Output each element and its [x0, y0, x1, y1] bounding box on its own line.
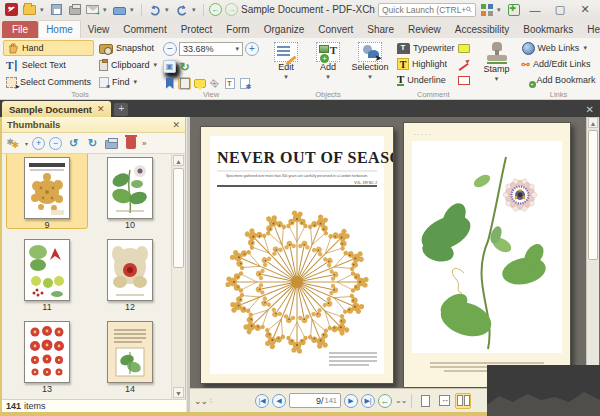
sticky-note-icon[interactable] [458, 44, 470, 53]
typewriter-button[interactable]: Typewriter [397, 43, 455, 54]
document-page-left[interactable]: NEVER OUT OF SEASON Specimens gathered o… [200, 126, 394, 384]
hand-tool-button[interactable]: Hand [3, 40, 94, 56]
rectangle-tool-icon[interactable] [458, 76, 470, 85]
tab-file[interactable]: File [2, 21, 38, 38]
close-document-tab-icon[interactable]: ✕ [97, 104, 105, 114]
tab-share[interactable]: Share [360, 21, 401, 38]
web-links-button[interactable]: Web Links [522, 40, 596, 56]
highlight-button[interactable]: THighlight [397, 58, 447, 70]
page-number-field[interactable]: 9/141 [289, 393, 341, 408]
properties-pane-button[interactable] [238, 77, 251, 90]
thumbnail-page-9[interactable]: 9 [7, 157, 87, 230]
thumbnail-page-10[interactable]: 10 [90, 157, 170, 230]
next-page-button[interactable]: ▶ [344, 394, 358, 408]
scan-button[interactable] [112, 3, 127, 17]
select-comments-button[interactable]: Select Comments [3, 74, 94, 90]
add-edit-links-button[interactable]: ⚯ Add/Edit Links [522, 56, 596, 72]
thumbnails-scrollbar[interactable]: ▲ ▼ [171, 154, 185, 399]
history-forward-button[interactable]: → [225, 3, 238, 16]
tab-organize[interactable]: Organize [257, 21, 312, 38]
scroll-down-icon[interactable]: ▼ [173, 387, 184, 398]
tab-help[interactable]: Help [580, 21, 600, 38]
tab-convert[interactable]: Convert [311, 21, 360, 38]
first-page-button[interactable]: |◀ [255, 394, 269, 408]
scroll-up-icon[interactable]: ▲ [173, 155, 184, 166]
fit-visible-button[interactable]: ▣ [163, 60, 176, 73]
redo-dropdown[interactable]: ▾ [192, 6, 198, 14]
tab-protect[interactable]: Protect [174, 21, 220, 38]
rotate-cw-icon[interactable]: ↻ [178, 60, 191, 73]
add-bookmark-button[interactable]: Add Bookmark [522, 72, 596, 88]
more-tools-chevron-icon[interactable]: » [142, 139, 145, 148]
zoom-out-thumbnails-button[interactable]: − [49, 137, 62, 150]
attachments-pane-button[interactable]: ✉ [208, 77, 221, 90]
maximize-button[interactable]: ▢ [549, 2, 571, 17]
tab-bookmarks[interactable]: Bookmarks [516, 21, 580, 38]
zoom-level-combobox[interactable]: 33.68%▾ [179, 42, 243, 56]
last-page-button[interactable]: ▶| [361, 394, 375, 408]
thumbnails-scrollbar-thumb[interactable] [173, 168, 184, 268]
more-tools-bottom-icon[interactable]: ⌄⌄ [194, 396, 207, 406]
zoom-in-thumbnails-button[interactable]: + [32, 137, 45, 150]
redo-button[interactable] [174, 3, 189, 17]
ui-options-icon[interactable] [479, 3, 494, 17]
close-button[interactable]: ✕ [574, 2, 596, 17]
tab-home[interactable]: Home [38, 20, 81, 38]
document-tab-active[interactable]: Sample Document ✕ [2, 101, 111, 117]
comments-pane-button[interactable] [193, 77, 206, 90]
fields-pane-button[interactable]: T [223, 77, 236, 90]
thumbnail-options-icon[interactable] [6, 136, 21, 151]
document-page-right[interactable]: ····· [403, 122, 571, 388]
doc-scroll-up-icon[interactable]: ▲ [588, 117, 598, 128]
document-scrollbar[interactable]: ▲ ▼ [586, 117, 599, 388]
tab-review[interactable]: Review [401, 21, 448, 38]
thumbnail-page-13[interactable]: 13 [7, 321, 87, 394]
bookmarks-pane-button[interactable] [163, 77, 176, 90]
quick-launch-box[interactable] [378, 3, 476, 17]
fit-page-layout-button[interactable] [436, 393, 452, 409]
arrow-tool-icon[interactable] [457, 59, 470, 69]
scan-dropdown[interactable]: ▾ [130, 6, 136, 14]
thumbnail-page-14[interactable]: 14 [90, 321, 170, 394]
close-active-document-icon[interactable]: ✕ [586, 104, 600, 117]
tab-view[interactable]: View [81, 21, 117, 38]
open-dropdown[interactable]: ▾ [40, 6, 46, 14]
open-button[interactable] [22, 3, 37, 17]
zoom-out-button[interactable]: − [163, 42, 177, 56]
delete-pages-icon[interactable] [123, 136, 138, 151]
email-dropdown[interactable]: ▾ [103, 6, 109, 14]
previous-page-button[interactable]: ◀ [272, 394, 286, 408]
selection-button[interactable]: ➤ Selection [349, 40, 391, 81]
rotate-ccw-pages-icon[interactable]: ↺ [66, 136, 81, 151]
zoom-in-button[interactable]: + [245, 42, 259, 56]
history-back-button[interactable]: ← [209, 3, 222, 16]
nav-more-chevron-icon[interactable]: ⌄⌄ [395, 396, 406, 405]
close-panel-icon[interactable]: ✕ [172, 120, 180, 130]
snapshot-button[interactable]: Snapshot [96, 40, 160, 56]
print-button[interactable] [67, 3, 82, 17]
edit-objects-button[interactable]: Edit [265, 40, 307, 81]
previous-view-button[interactable]: ← [378, 394, 392, 408]
email-button[interactable] [85, 3, 100, 17]
thumbnail-page-11[interactable]: 11 [7, 239, 87, 312]
single-page-layout-button[interactable] [417, 393, 433, 409]
tab-accessibility[interactable]: Accessibility [448, 21, 516, 38]
save-button[interactable] [49, 3, 64, 17]
new-tab-button[interactable]: + [114, 103, 128, 116]
add-objects-button[interactable]: T+ Add [307, 40, 349, 81]
two-page-layout-button[interactable] [455, 393, 471, 409]
find-tool-button[interactable]: Find [96, 74, 160, 90]
select-text-button[interactable]: T∣ Select Text [3, 57, 94, 73]
undo-dropdown[interactable]: ▾ [165, 6, 171, 14]
thumbnail-page-12[interactable]: 12 [90, 239, 170, 312]
print-pages-icon[interactable] [104, 136, 119, 151]
undo-button[interactable] [147, 3, 162, 17]
rotate-cw-pages-icon[interactable]: ↻ [85, 136, 100, 151]
fullscreen-button[interactable] [506, 3, 521, 17]
minimize-button[interactable]: — [524, 2, 546, 17]
stamp-button[interactable]: Stamp [476, 40, 518, 83]
quick-launch-input[interactable] [382, 5, 466, 15]
tab-form[interactable]: Form [219, 21, 256, 38]
thumbnail-options-dropdown[interactable]: ▾ [25, 140, 28, 147]
underline-button[interactable]: TUnderline [397, 74, 446, 86]
